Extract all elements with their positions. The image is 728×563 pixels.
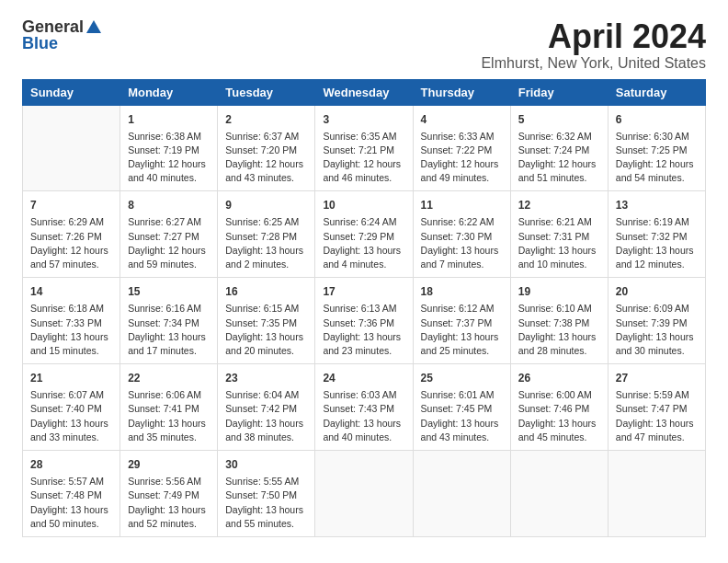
calendar-cell: 17Sunrise: 6:13 AM Sunset: 7:36 PM Dayli… bbox=[315, 278, 413, 364]
calendar-cell: 12Sunrise: 6:21 AM Sunset: 7:31 PM Dayli… bbox=[510, 191, 608, 278]
day-info: Sunrise: 6:09 AM Sunset: 7:39 PM Dayligh… bbox=[616, 302, 698, 358]
day-info: Sunrise: 6:32 AM Sunset: 7:24 PM Dayligh… bbox=[518, 130, 600, 186]
day-number: 28 bbox=[30, 456, 112, 473]
day-info: Sunrise: 6:06 AM Sunset: 7:41 PM Dayligh… bbox=[128, 388, 210, 444]
day-info: Sunrise: 5:57 AM Sunset: 7:48 PM Dayligh… bbox=[30, 475, 112, 531]
calendar-cell: 10Sunrise: 6:24 AM Sunset: 7:29 PM Dayli… bbox=[315, 191, 413, 278]
calendar-cell: 1Sunrise: 6:38 AM Sunset: 7:19 PM Daylig… bbox=[120, 105, 218, 191]
day-info: Sunrise: 6:04 AM Sunset: 7:42 PM Dayligh… bbox=[225, 388, 307, 444]
calendar-cell: 16Sunrise: 6:15 AM Sunset: 7:35 PM Dayli… bbox=[218, 278, 315, 364]
day-info: Sunrise: 6:30 AM Sunset: 7:25 PM Dayligh… bbox=[616, 130, 698, 186]
calendar-week-row: 7Sunrise: 6:29 AM Sunset: 7:26 PM Daylig… bbox=[23, 191, 706, 278]
page-header: General Blue April 2024 Elmhurst, New Yo… bbox=[22, 18, 706, 72]
day-info: Sunrise: 5:55 AM Sunset: 7:50 PM Dayligh… bbox=[225, 475, 307, 531]
day-info: Sunrise: 6:18 AM Sunset: 7:33 PM Dayligh… bbox=[30, 302, 112, 358]
logo-general-text: General bbox=[22, 18, 84, 35]
day-info: Sunrise: 6:37 AM Sunset: 7:20 PM Dayligh… bbox=[225, 130, 307, 186]
day-info: Sunrise: 6:33 AM Sunset: 7:22 PM Dayligh… bbox=[421, 130, 503, 186]
weekday-header-sunday: Sunday bbox=[23, 79, 120, 105]
day-number: 20 bbox=[616, 283, 698, 300]
calendar-cell: 21Sunrise: 6:07 AM Sunset: 7:40 PM Dayli… bbox=[23, 364, 120, 451]
weekday-header-wednesday: Wednesday bbox=[315, 79, 413, 105]
day-number: 11 bbox=[421, 197, 503, 213]
calendar-cell: 9Sunrise: 6:25 AM Sunset: 7:28 PM Daylig… bbox=[218, 191, 315, 278]
weekday-header-saturday: Saturday bbox=[608, 79, 705, 105]
day-number: 27 bbox=[616, 370, 698, 386]
calendar-cell: 22Sunrise: 6:06 AM Sunset: 7:41 PM Dayli… bbox=[120, 364, 218, 451]
day-info: Sunrise: 6:25 AM Sunset: 7:28 PM Dayligh… bbox=[225, 215, 307, 271]
calendar-cell: 6Sunrise: 6:30 AM Sunset: 7:25 PM Daylig… bbox=[608, 105, 705, 191]
weekday-header-friday: Friday bbox=[510, 79, 608, 105]
day-info: Sunrise: 6:24 AM Sunset: 7:29 PM Dayligh… bbox=[323, 215, 404, 271]
day-number: 5 bbox=[518, 111, 600, 128]
day-number: 3 bbox=[323, 111, 404, 128]
day-number: 18 bbox=[421, 283, 503, 300]
calendar-week-row: 1Sunrise: 6:38 AM Sunset: 7:19 PM Daylig… bbox=[23, 105, 706, 191]
day-info: Sunrise: 6:27 AM Sunset: 7:27 PM Dayligh… bbox=[128, 215, 210, 271]
day-info: Sunrise: 6:01 AM Sunset: 7:45 PM Dayligh… bbox=[421, 388, 503, 444]
day-number: 14 bbox=[30, 283, 112, 300]
calendar-cell: 4Sunrise: 6:33 AM Sunset: 7:22 PM Daylig… bbox=[413, 105, 510, 191]
calendar-cell bbox=[510, 451, 608, 537]
calendar-cell: 25Sunrise: 6:01 AM Sunset: 7:45 PM Dayli… bbox=[413, 364, 510, 451]
weekday-header-monday: Monday bbox=[120, 79, 218, 105]
day-number: 21 bbox=[30, 370, 112, 386]
calendar-cell: 18Sunrise: 6:12 AM Sunset: 7:37 PM Dayli… bbox=[413, 278, 510, 364]
logo: General Blue bbox=[22, 18, 102, 52]
calendar-cell: 28Sunrise: 5:57 AM Sunset: 7:48 PM Dayli… bbox=[23, 451, 120, 537]
day-info: Sunrise: 6:10 AM Sunset: 7:38 PM Dayligh… bbox=[518, 302, 600, 358]
calendar-cell: 13Sunrise: 6:19 AM Sunset: 7:32 PM Dayli… bbox=[608, 191, 705, 278]
calendar-week-row: 28Sunrise: 5:57 AM Sunset: 7:48 PM Dayli… bbox=[23, 451, 706, 537]
calendar-cell: 8Sunrise: 6:27 AM Sunset: 7:27 PM Daylig… bbox=[120, 191, 218, 278]
page-subtitle: Elmhurst, New York, United States bbox=[481, 55, 706, 72]
calendar-cell: 26Sunrise: 6:00 AM Sunset: 7:46 PM Dayli… bbox=[510, 364, 608, 451]
calendar-header-row: SundayMondayTuesdayWednesdayThursdayFrid… bbox=[23, 79, 706, 105]
calendar-cell: 19Sunrise: 6:10 AM Sunset: 7:38 PM Dayli… bbox=[510, 278, 608, 364]
calendar-cell: 15Sunrise: 6:16 AM Sunset: 7:34 PM Dayli… bbox=[120, 278, 218, 364]
day-number: 26 bbox=[518, 370, 600, 386]
day-number: 24 bbox=[323, 370, 404, 386]
weekday-header-tuesday: Tuesday bbox=[218, 79, 315, 105]
day-number: 6 bbox=[616, 111, 698, 128]
day-number: 7 bbox=[30, 197, 112, 213]
day-number: 19 bbox=[518, 283, 600, 300]
calendar-cell: 24Sunrise: 6:03 AM Sunset: 7:43 PM Dayli… bbox=[315, 364, 413, 451]
calendar-cell: 27Sunrise: 5:59 AM Sunset: 7:47 PM Dayli… bbox=[608, 364, 705, 451]
calendar-cell: 3Sunrise: 6:35 AM Sunset: 7:21 PM Daylig… bbox=[315, 105, 413, 191]
calendar-cell: 14Sunrise: 6:18 AM Sunset: 7:33 PM Dayli… bbox=[23, 278, 120, 364]
calendar-cell bbox=[23, 105, 120, 191]
page-title: April 2024 bbox=[481, 18, 706, 55]
day-number: 4 bbox=[421, 111, 503, 128]
calendar-cell bbox=[608, 451, 705, 537]
day-number: 29 bbox=[128, 456, 210, 473]
title-area: April 2024 Elmhurst, New York, United St… bbox=[481, 18, 706, 72]
day-number: 22 bbox=[128, 370, 210, 386]
day-info: Sunrise: 6:13 AM Sunset: 7:36 PM Dayligh… bbox=[323, 302, 404, 358]
calendar-cell: 23Sunrise: 6:04 AM Sunset: 7:42 PM Dayli… bbox=[218, 364, 315, 451]
logo-icon bbox=[85, 18, 102, 35]
day-number: 16 bbox=[225, 283, 307, 300]
day-info: Sunrise: 6:12 AM Sunset: 7:37 PM Dayligh… bbox=[421, 302, 503, 358]
day-info: Sunrise: 6:29 AM Sunset: 7:26 PM Dayligh… bbox=[30, 215, 112, 271]
calendar-cell: 30Sunrise: 5:55 AM Sunset: 7:50 PM Dayli… bbox=[218, 451, 315, 537]
day-info: Sunrise: 6:19 AM Sunset: 7:32 PM Dayligh… bbox=[616, 215, 698, 271]
calendar-cell: 29Sunrise: 5:56 AM Sunset: 7:49 PM Dayli… bbox=[120, 451, 218, 537]
calendar-week-row: 14Sunrise: 6:18 AM Sunset: 7:33 PM Dayli… bbox=[23, 278, 706, 364]
calendar-cell: 2Sunrise: 6:37 AM Sunset: 7:20 PM Daylig… bbox=[218, 105, 315, 191]
day-number: 8 bbox=[128, 197, 210, 213]
calendar-cell bbox=[315, 451, 413, 537]
day-info: Sunrise: 6:00 AM Sunset: 7:46 PM Dayligh… bbox=[518, 388, 600, 444]
day-number: 9 bbox=[225, 197, 307, 213]
day-info: Sunrise: 5:56 AM Sunset: 7:49 PM Dayligh… bbox=[128, 475, 210, 531]
day-number: 23 bbox=[225, 370, 307, 386]
calendar-cell: 11Sunrise: 6:22 AM Sunset: 7:30 PM Dayli… bbox=[413, 191, 510, 278]
logo-blue-text: Blue bbox=[22, 35, 58, 52]
day-info: Sunrise: 6:07 AM Sunset: 7:40 PM Dayligh… bbox=[30, 388, 112, 444]
calendar-cell: 20Sunrise: 6:09 AM Sunset: 7:39 PM Dayli… bbox=[608, 278, 705, 364]
day-number: 13 bbox=[616, 197, 698, 213]
day-number: 17 bbox=[323, 283, 404, 300]
calendar-cell: 5Sunrise: 6:32 AM Sunset: 7:24 PM Daylig… bbox=[510, 105, 608, 191]
calendar-table: SundayMondayTuesdayWednesdayThursdayFrid… bbox=[22, 79, 706, 537]
day-info: Sunrise: 6:35 AM Sunset: 7:21 PM Dayligh… bbox=[323, 130, 404, 186]
day-info: Sunrise: 5:59 AM Sunset: 7:47 PM Dayligh… bbox=[616, 388, 698, 444]
